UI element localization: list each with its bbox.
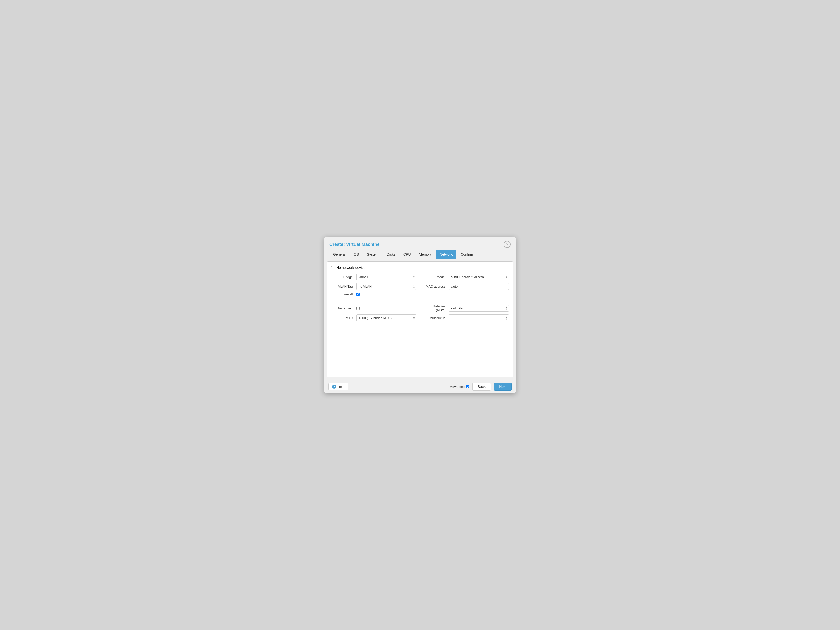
no-network-label: No network device	[336, 265, 365, 270]
multiqueue-row: Multiqueue: ▲▼	[424, 314, 509, 321]
no-network-checkbox[interactable]	[331, 266, 334, 269]
help-label: Help	[338, 385, 344, 388]
back-button[interactable]: Back	[472, 382, 491, 391]
tab-disks[interactable]: Disks	[383, 250, 399, 259]
bridge-row: Bridge: vmbr0 ▾	[331, 274, 416, 281]
disconnect-label: Disconnect:	[331, 306, 354, 310]
mac-row: MAC address:	[424, 283, 509, 290]
help-button[interactable]: ? Help	[328, 383, 348, 390]
vlan-spinner-wrapper: ▲▼	[356, 283, 416, 290]
advanced-label: Advanced	[450, 385, 464, 388]
multiqueue-input[interactable]	[449, 314, 509, 321]
disconnect-row: Disconnect:	[331, 305, 416, 312]
network-form: Bridge: vmbr0 ▾ Model: VirtIO (paravirtu…	[331, 274, 509, 321]
mtu-label: MTU:	[331, 316, 354, 320]
form-divider	[331, 300, 509, 300]
mac-input[interactable]	[449, 283, 509, 290]
tab-memory[interactable]: Memory	[415, 250, 436, 259]
tab-confirm[interactable]: Confirm	[457, 250, 477, 259]
firewall-checkbox[interactable]	[356, 292, 360, 296]
no-network-row: No network device	[331, 265, 509, 270]
tab-os[interactable]: OS	[350, 250, 363, 259]
multiqueue-spinner-wrapper: ▲▼	[449, 314, 509, 321]
rate-limit-label: Rate limit (MB/s):	[424, 305, 447, 312]
mac-label: MAC address:	[424, 284, 447, 288]
tab-system[interactable]: System	[363, 250, 382, 259]
bridge-select[interactable]: vmbr0	[356, 274, 416, 281]
model-row: Model: VirtIO (paravirtualized) ▾	[424, 274, 509, 281]
disconnect-checkbox[interactable]	[356, 307, 360, 310]
model-select-wrapper: VirtIO (paravirtualized) ▾	[449, 274, 509, 281]
mtu-input[interactable]	[356, 314, 416, 321]
vlan-row: VLAN Tag: ▲▼	[331, 283, 416, 290]
rate-limit-spinner-wrapper: ▲▼	[449, 305, 509, 312]
tab-general[interactable]: General	[329, 250, 349, 259]
model-label: Model:	[424, 275, 447, 279]
firewall-row: Firewall:	[331, 292, 416, 296]
tab-bar: General OS System Disks CPU Memory Netwo…	[324, 250, 516, 259]
tab-cpu[interactable]: CPU	[399, 250, 415, 259]
mtu-row: MTU: ▲▼	[331, 314, 416, 321]
mtu-spinner-wrapper: ▲▼	[356, 314, 416, 321]
vlan-input[interactable]	[356, 283, 416, 290]
close-button[interactable]: ×	[504, 241, 511, 248]
create-vm-dialog: Create: Virtual Machine × General OS Sys…	[324, 237, 516, 393]
rate-limit-row: Rate limit (MB/s): ▲▼	[424, 305, 509, 312]
dialog-footer: ? Help Advanced Back Next	[324, 380, 516, 393]
firewall-label: Firewall:	[331, 292, 354, 296]
bridge-select-wrapper: vmbr0 ▾	[356, 274, 416, 281]
rate-limit-input[interactable]	[449, 305, 509, 312]
dialog-header: Create: Virtual Machine ×	[324, 237, 516, 250]
next-button[interactable]: Next	[494, 382, 512, 391]
advanced-check: Advanced	[450, 385, 469, 388]
multiqueue-label: Multiqueue:	[424, 316, 447, 320]
empty-cell-1	[424, 292, 509, 296]
model-select[interactable]: VirtIO (paravirtualized)	[449, 274, 509, 281]
advanced-checkbox[interactable]	[466, 385, 469, 388]
help-icon: ?	[332, 385, 336, 388]
vlan-label: VLAN Tag:	[331, 284, 354, 288]
footer-right: Advanced Back Next	[450, 382, 512, 391]
bridge-label: Bridge:	[331, 275, 354, 279]
dialog-body: No network device Bridge: vmbr0 ▾ Model:	[327, 261, 513, 377]
dialog-title: Create: Virtual Machine	[329, 242, 380, 247]
tab-network[interactable]: Network	[436, 250, 456, 259]
